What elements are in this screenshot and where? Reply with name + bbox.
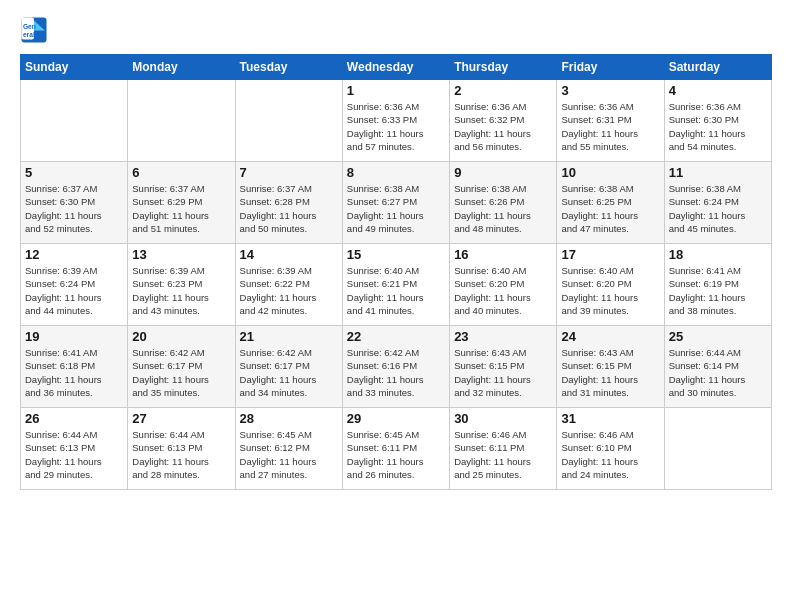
day-number: 2 [454, 83, 552, 98]
day-info: Sunrise: 6:44 AM Sunset: 6:13 PM Dayligh… [25, 428, 123, 481]
calendar-cell: 28Sunrise: 6:45 AM Sunset: 6:12 PM Dayli… [235, 408, 342, 490]
calendar-cell: 11Sunrise: 6:38 AM Sunset: 6:24 PM Dayli… [664, 162, 771, 244]
calendar-week-1: 1Sunrise: 6:36 AM Sunset: 6:33 PM Daylig… [21, 80, 772, 162]
calendar-cell: 21Sunrise: 6:42 AM Sunset: 6:17 PM Dayli… [235, 326, 342, 408]
calendar-cell: 13Sunrise: 6:39 AM Sunset: 6:23 PM Dayli… [128, 244, 235, 326]
calendar-cell: 9Sunrise: 6:38 AM Sunset: 6:26 PM Daylig… [450, 162, 557, 244]
calendar-cell: 5Sunrise: 6:37 AM Sunset: 6:30 PM Daylig… [21, 162, 128, 244]
day-info: Sunrise: 6:46 AM Sunset: 6:10 PM Dayligh… [561, 428, 659, 481]
day-number: 30 [454, 411, 552, 426]
svg-text:Gen: Gen [23, 23, 36, 30]
calendar-cell: 19Sunrise: 6:41 AM Sunset: 6:18 PM Dayli… [21, 326, 128, 408]
day-number: 13 [132, 247, 230, 262]
day-number: 10 [561, 165, 659, 180]
calendar-cell: 24Sunrise: 6:43 AM Sunset: 6:15 PM Dayli… [557, 326, 664, 408]
calendar-cell: 7Sunrise: 6:37 AM Sunset: 6:28 PM Daylig… [235, 162, 342, 244]
day-info: Sunrise: 6:38 AM Sunset: 6:24 PM Dayligh… [669, 182, 767, 235]
day-info: Sunrise: 6:42 AM Sunset: 6:16 PM Dayligh… [347, 346, 445, 399]
day-info: Sunrise: 6:43 AM Sunset: 6:15 PM Dayligh… [561, 346, 659, 399]
calendar-cell: 6Sunrise: 6:37 AM Sunset: 6:29 PM Daylig… [128, 162, 235, 244]
day-info: Sunrise: 6:45 AM Sunset: 6:12 PM Dayligh… [240, 428, 338, 481]
day-number: 31 [561, 411, 659, 426]
calendar-cell: 17Sunrise: 6:40 AM Sunset: 6:20 PM Dayli… [557, 244, 664, 326]
calendar-cell: 25Sunrise: 6:44 AM Sunset: 6:14 PM Dayli… [664, 326, 771, 408]
calendar-cell [21, 80, 128, 162]
day-number: 18 [669, 247, 767, 262]
day-number: 24 [561, 329, 659, 344]
header: Gen eral [20, 16, 772, 44]
day-number: 7 [240, 165, 338, 180]
logo: Gen eral [20, 16, 52, 44]
day-number: 14 [240, 247, 338, 262]
day-number: 25 [669, 329, 767, 344]
day-number: 9 [454, 165, 552, 180]
calendar-cell: 26Sunrise: 6:44 AM Sunset: 6:13 PM Dayli… [21, 408, 128, 490]
day-number: 11 [669, 165, 767, 180]
day-info: Sunrise: 6:42 AM Sunset: 6:17 PM Dayligh… [132, 346, 230, 399]
day-info: Sunrise: 6:46 AM Sunset: 6:11 PM Dayligh… [454, 428, 552, 481]
day-number: 1 [347, 83, 445, 98]
calendar-cell: 1Sunrise: 6:36 AM Sunset: 6:33 PM Daylig… [342, 80, 449, 162]
calendar-week-2: 5Sunrise: 6:37 AM Sunset: 6:30 PM Daylig… [21, 162, 772, 244]
weekday-header-monday: Monday [128, 55, 235, 80]
calendar-cell: 10Sunrise: 6:38 AM Sunset: 6:25 PM Dayli… [557, 162, 664, 244]
calendar-cell [128, 80, 235, 162]
day-info: Sunrise: 6:38 AM Sunset: 6:27 PM Dayligh… [347, 182, 445, 235]
weekday-header-saturday: Saturday [664, 55, 771, 80]
day-number: 23 [454, 329, 552, 344]
day-info: Sunrise: 6:36 AM Sunset: 6:30 PM Dayligh… [669, 100, 767, 153]
calendar-week-5: 26Sunrise: 6:44 AM Sunset: 6:13 PM Dayli… [21, 408, 772, 490]
day-info: Sunrise: 6:44 AM Sunset: 6:14 PM Dayligh… [669, 346, 767, 399]
weekday-header-friday: Friday [557, 55, 664, 80]
calendar-cell [235, 80, 342, 162]
day-info: Sunrise: 6:36 AM Sunset: 6:31 PM Dayligh… [561, 100, 659, 153]
calendar-cell: 23Sunrise: 6:43 AM Sunset: 6:15 PM Dayli… [450, 326, 557, 408]
day-info: Sunrise: 6:40 AM Sunset: 6:20 PM Dayligh… [454, 264, 552, 317]
calendar-cell: 16Sunrise: 6:40 AM Sunset: 6:20 PM Dayli… [450, 244, 557, 326]
day-number: 16 [454, 247, 552, 262]
day-number: 15 [347, 247, 445, 262]
day-info: Sunrise: 6:43 AM Sunset: 6:15 PM Dayligh… [454, 346, 552, 399]
day-info: Sunrise: 6:42 AM Sunset: 6:17 PM Dayligh… [240, 346, 338, 399]
day-info: Sunrise: 6:37 AM Sunset: 6:29 PM Dayligh… [132, 182, 230, 235]
svg-marker-2 [34, 31, 45, 40]
calendar-cell: 12Sunrise: 6:39 AM Sunset: 6:24 PM Dayli… [21, 244, 128, 326]
day-number: 29 [347, 411, 445, 426]
day-number: 5 [25, 165, 123, 180]
day-info: Sunrise: 6:36 AM Sunset: 6:32 PM Dayligh… [454, 100, 552, 153]
calendar-week-3: 12Sunrise: 6:39 AM Sunset: 6:24 PM Dayli… [21, 244, 772, 326]
calendar-cell: 4Sunrise: 6:36 AM Sunset: 6:30 PM Daylig… [664, 80, 771, 162]
day-number: 22 [347, 329, 445, 344]
calendar-table: SundayMondayTuesdayWednesdayThursdayFrid… [20, 54, 772, 490]
day-info: Sunrise: 6:41 AM Sunset: 6:18 PM Dayligh… [25, 346, 123, 399]
day-number: 8 [347, 165, 445, 180]
day-number: 19 [25, 329, 123, 344]
day-info: Sunrise: 6:45 AM Sunset: 6:11 PM Dayligh… [347, 428, 445, 481]
calendar-cell: 15Sunrise: 6:40 AM Sunset: 6:21 PM Dayli… [342, 244, 449, 326]
calendar-cell: 29Sunrise: 6:45 AM Sunset: 6:11 PM Dayli… [342, 408, 449, 490]
calendar-cell: 30Sunrise: 6:46 AM Sunset: 6:11 PM Dayli… [450, 408, 557, 490]
calendar-header-row: SundayMondayTuesdayWednesdayThursdayFrid… [21, 55, 772, 80]
calendar-cell: 8Sunrise: 6:38 AM Sunset: 6:27 PM Daylig… [342, 162, 449, 244]
day-number: 17 [561, 247, 659, 262]
calendar-cell: 18Sunrise: 6:41 AM Sunset: 6:19 PM Dayli… [664, 244, 771, 326]
calendar-cell: 27Sunrise: 6:44 AM Sunset: 6:13 PM Dayli… [128, 408, 235, 490]
day-info: Sunrise: 6:38 AM Sunset: 6:25 PM Dayligh… [561, 182, 659, 235]
day-info: Sunrise: 6:37 AM Sunset: 6:28 PM Dayligh… [240, 182, 338, 235]
calendar-cell: 14Sunrise: 6:39 AM Sunset: 6:22 PM Dayli… [235, 244, 342, 326]
svg-text:eral: eral [23, 31, 35, 38]
day-info: Sunrise: 6:39 AM Sunset: 6:23 PM Dayligh… [132, 264, 230, 317]
day-number: 20 [132, 329, 230, 344]
calendar-week-4: 19Sunrise: 6:41 AM Sunset: 6:18 PM Dayli… [21, 326, 772, 408]
day-number: 27 [132, 411, 230, 426]
calendar-cell: 2Sunrise: 6:36 AM Sunset: 6:32 PM Daylig… [450, 80, 557, 162]
day-info: Sunrise: 6:40 AM Sunset: 6:21 PM Dayligh… [347, 264, 445, 317]
weekday-header-sunday: Sunday [21, 55, 128, 80]
day-number: 21 [240, 329, 338, 344]
day-info: Sunrise: 6:39 AM Sunset: 6:24 PM Dayligh… [25, 264, 123, 317]
day-number: 3 [561, 83, 659, 98]
weekday-header-wednesday: Wednesday [342, 55, 449, 80]
page: Gen eral SundayMondayTuesdayWednesdayThu… [0, 0, 792, 612]
day-info: Sunrise: 6:36 AM Sunset: 6:33 PM Dayligh… [347, 100, 445, 153]
weekday-header-tuesday: Tuesday [235, 55, 342, 80]
